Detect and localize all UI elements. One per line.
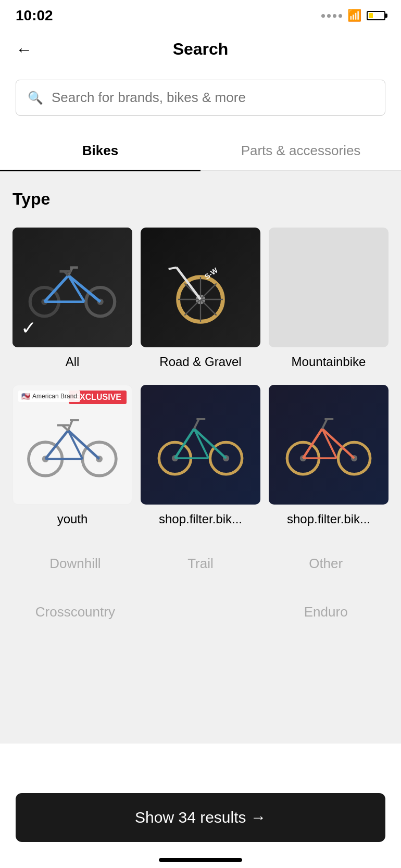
filter-crosscountry[interactable]: Crosscountry [12,590,138,634]
status-bar: 10:02 📶 [0,0,401,29]
bike-type-mountain-image [269,228,389,347]
bike-type-filter6-label: shop.filter.bik... [287,512,370,526]
filter-row-2: Crosscountry Enduro [12,590,389,634]
show-results-button[interactable]: Show 34 results → [16,793,385,842]
back-button[interactable]: ← [16,41,32,58]
svg-line-6 [68,275,84,302]
tabs: Bikes Parts & accessories [0,131,401,171]
filter-enduro[interactable]: Enduro [263,590,389,634]
bike-type-all-label: All [66,355,80,369]
filter6-bike-svg [281,397,377,493]
search-icon: 🔍 [28,91,43,105]
bike-type-filter5-label: shop.filter.bik... [159,512,242,526]
filter-empty [138,590,264,634]
bike-type-filter6[interactable]: shop.filter.bik... [269,385,389,526]
svg-line-51 [322,419,327,429]
filter5-bike-svg [153,397,248,493]
svg-line-25 [45,431,68,459]
all-bike-svg [24,240,120,335]
filter-row-1: Downhill Trail Other [12,542,389,585]
svg-line-27 [68,431,82,459]
tab-parts[interactable]: Parts & accessories [200,131,401,170]
road-bike-svg: S-W [153,240,248,335]
svg-line-49 [322,429,337,458]
header: ← Search [0,29,401,69]
search-input[interactable] [52,90,373,106]
bike-type-mountain-label: Mountainbike [292,355,366,369]
search-bar[interactable]: 🔍 [16,80,385,116]
filter-downhill[interactable]: Downhill [12,542,138,585]
svg-line-19 [169,268,177,269]
bike-type-all-image: ✓ [12,228,132,347]
brand-badge: 🇺🇸 American Brand [18,391,80,402]
filter-other[interactable]: Other [263,542,389,585]
youth-bike-svg [22,394,123,495]
status-time: 10:02 [16,7,53,24]
bike-type-youth[interactable]: EXCLUSIVE 🇺🇸 American Brand youth [12,385,132,526]
search-container: 🔍 [0,69,401,131]
bike-type-road-label: Road & Gravel [159,355,241,369]
bike-type-filter5-image [141,385,260,505]
bike-type-row-2: EXCLUSIVE 🇺🇸 American Brand youth [12,385,389,542]
home-indicator [159,858,242,862]
bike-type-mountain[interactable]: Mountainbike [269,228,389,369]
section-type-label: Type [12,190,389,209]
filter-trail[interactable]: Trail [138,542,264,585]
bike-type-road-image: S-W [141,228,260,347]
selected-checkmark: ✓ [21,317,36,339]
content-area: Type [0,171,401,744]
svg-line-41 [194,419,199,429]
bike-type-road[interactable]: S-W Road & Gravel [141,228,260,369]
tab-bikes[interactable]: Bikes [0,131,200,170]
svg-line-39 [194,429,209,458]
bike-type-youth-image: EXCLUSIVE 🇺🇸 American Brand [12,385,132,505]
battery-icon [367,11,385,20]
bike-type-filter6-image [269,385,389,505]
wifi-icon: 📶 [347,9,361,22]
signal-icon [321,14,342,18]
status-icons: 📶 [321,9,385,22]
page-title: Search [173,40,229,59]
bike-type-all[interactable]: ✓ All [12,228,132,369]
bike-type-youth-label: youth [57,512,88,526]
bike-type-row-1: ✓ All [12,228,389,385]
bike-type-filter5[interactable]: shop.filter.bik... [141,385,260,526]
